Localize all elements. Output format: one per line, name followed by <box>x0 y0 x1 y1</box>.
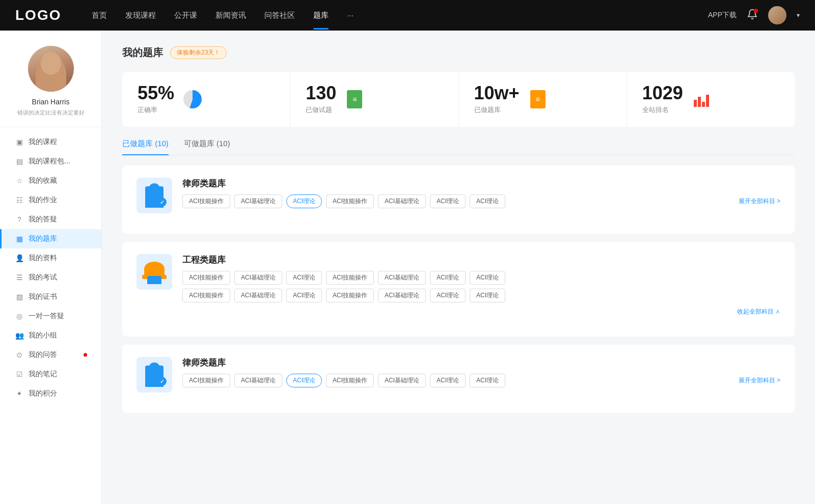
app-download-button[interactable]: APP下载 <box>708 11 737 20</box>
tab-item-1[interactable]: 可做题库 (10) <box>184 139 230 155</box>
nav-item-···[interactable]: ··· <box>347 11 354 20</box>
sidebar-item-我的题库[interactable]: ▦我的题库 <box>0 229 101 248</box>
qbank-header: ✓ 律师类题库 ACI技能操作ACI基础理论ACI理论ACI技能操作ACI基础理… <box>137 178 780 213</box>
tag-0[interactable]: ACI技能操作 <box>182 374 230 387</box>
expand-link[interactable]: 展开全部科目 > <box>739 376 780 385</box>
tag-row2-1[interactable]: ACI基础理论 <box>234 289 282 302</box>
menu-item-label: 我的题库 <box>29 234 57 243</box>
stat-item-1: 130 已做试题 <box>290 72 458 127</box>
tag-6[interactable]: ACI理论 <box>470 271 505 285</box>
stat-number: 1029 <box>642 84 683 102</box>
sidebar-item-我的积分[interactable]: ✦我的积分 <box>0 384 101 403</box>
group-icon: 👥 <box>15 331 23 340</box>
tag-row2-5[interactable]: ACI理论 <box>430 289 466 302</box>
list-orange-icon <box>528 89 548 109</box>
tag-1[interactable]: ACI基础理论 <box>234 271 282 285</box>
tag-5[interactable]: ACI理论 <box>430 271 466 285</box>
qbank-header: ✓ 律师类题库 ACI技能操作ACI基础理论ACI理论ACI技能操作ACI基础理… <box>137 357 780 393</box>
page-title: 我的题库 <box>122 46 163 60</box>
menu-item-label: 我的收藏 <box>29 176 57 185</box>
chevron-down-icon[interactable]: ▾ <box>797 12 800 19</box>
tag-5[interactable]: ACI理论 <box>430 194 466 208</box>
navbar: LOGO 首页发现课程公开课新闻资讯问答社区题库··· APP下载 ▾ <box>0 0 815 31</box>
person-check-icon: ✓ <box>137 178 172 213</box>
tag-row2-0[interactable]: ACI技能操作 <box>182 289 230 302</box>
sidebar-item-我的证书[interactable]: ▨我的证书 <box>0 287 101 306</box>
sidebar: Brian Harris 错误的决定比没有决定要好 ▣我的课程▤我的课程包...… <box>0 31 102 504</box>
qbank-card-1: 工程类题库 ACI技能操作ACI基础理论ACI理论ACI技能操作ACI基础理论A… <box>122 242 795 337</box>
doc-green-icon <box>344 89 365 109</box>
tag-row2-4[interactable]: ACI基础理论 <box>378 289 426 302</box>
tag-1[interactable]: ACI基础理论 <box>234 194 282 208</box>
tag-row2-6[interactable]: ACI理论 <box>470 289 505 302</box>
sidebar-item-我的课程[interactable]: ▣我的课程 <box>0 132 101 152</box>
sidebar-item-我的作业[interactable]: ☷我的作业 <box>0 190 101 210</box>
paper-icon: ☰ <box>15 273 23 282</box>
stat-number: 10w+ <box>474 84 520 102</box>
tag-2[interactable]: ACI理论 <box>286 374 322 387</box>
sidebar-item-我的小组[interactable]: 👥我的小组 <box>0 326 101 345</box>
sidebar-item-我的收藏[interactable]: ☆我的收藏 <box>0 171 101 190</box>
qbank-content: 律师类题库 ACI技能操作ACI基础理论ACI理论ACI技能操作ACI基础理论A… <box>182 178 780 208</box>
nav-item-问答社区[interactable]: 问答社区 <box>264 11 295 20</box>
cert-icon: ▨ <box>15 293 23 301</box>
sidebar-item-一对一答疑[interactable]: ◎一对一答疑 <box>0 306 101 326</box>
qbank-title: 律师类题库 <box>182 357 780 369</box>
notification-bell[interactable] <box>747 9 758 22</box>
tag-3[interactable]: ACI技能操作 <box>326 374 374 387</box>
expand-link[interactable]: 展开全部科目 > <box>739 197 780 206</box>
menu-item-label: 我的证书 <box>29 292 57 301</box>
star-icon: ☆ <box>15 177 23 185</box>
profile-motto: 错误的决定比没有决定要好 <box>10 109 91 117</box>
nav-menu: 首页发现课程公开课新闻资讯问答社区题库··· <box>92 11 708 20</box>
tag-4[interactable]: ACI基础理论 <box>378 374 426 387</box>
menu-item-label: 我的资料 <box>29 254 57 263</box>
tag-1[interactable]: ACI基础理论 <box>234 374 282 387</box>
stat-text: 10w+ 已做题库 <box>474 84 520 115</box>
bar-icon: ▤ <box>15 157 23 165</box>
sidebar-item-我的答疑[interactable]: ?我的答疑 <box>0 210 101 229</box>
tag-2[interactable]: ACI理论 <box>286 271 322 285</box>
sidebar-menu: ▣我的课程▤我的课程包...☆我的收藏☷我的作业?我的答疑▦我的题库👤我的资料☰… <box>0 127 101 408</box>
tag-0[interactable]: ACI技能操作 <box>182 271 230 285</box>
note-icon: ☑ <box>15 370 23 378</box>
nav-item-首页[interactable]: 首页 <box>92 11 107 20</box>
sidebar-item-我的课程包...[interactable]: ▤我的课程包... <box>0 152 101 171</box>
sidebar-item-我的资料[interactable]: 👤我的资料 <box>0 248 101 268</box>
qbank-tags: ACI技能操作ACI基础理论ACI理论ACI技能操作ACI基础理论ACI理论AC… <box>182 374 780 387</box>
main-content: 我的题库 体验剩余23天！ 55% 正确率 130 已做试题 10w+ 已做题库… <box>102 31 815 504</box>
sidebar-item-我的考试[interactable]: ☰我的考试 <box>0 268 101 287</box>
tag-3[interactable]: ACI技能操作 <box>326 271 374 285</box>
navbar-right: APP下载 ▾ <box>708 6 800 24</box>
notification-dot <box>754 9 758 13</box>
tag-2[interactable]: ACI理论 <box>286 194 322 208</box>
tag-3[interactable]: ACI技能操作 <box>326 194 374 208</box>
tag-5[interactable]: ACI理论 <box>430 374 466 387</box>
tag-6[interactable]: ACI理论 <box>470 374 505 387</box>
sidebar-profile: Brian Harris 错误的决定比没有决定要好 <box>0 46 101 127</box>
nav-item-题库[interactable]: 题库 <box>313 11 329 20</box>
tag-4[interactable]: ACI基础理论 <box>378 194 426 208</box>
avatar[interactable] <box>768 6 786 24</box>
stat-item-2: 10w+ 已做题库 <box>459 72 627 127</box>
sidebar-item-我的笔记[interactable]: ☑我的笔记 <box>0 365 101 384</box>
collapse-link[interactable]: 收起全部科目 ∧ <box>182 307 780 316</box>
tab-item-0[interactable]: 已做题库 (10) <box>122 139 169 155</box>
sidebar-item-我的问答[interactable]: ⊙我的问答 <box>0 345 101 365</box>
tag-4[interactable]: ACI基础理论 <box>378 271 426 285</box>
stat-number: 130 <box>306 84 336 102</box>
tag-row2-2[interactable]: ACI理论 <box>286 289 322 302</box>
people-icon: 👤 <box>15 254 23 262</box>
qbank-tags: ACI技能操作ACI基础理论ACI理论ACI技能操作ACI基础理论ACI理论AC… <box>182 271 780 285</box>
tag-row2-3[interactable]: ACI技能操作 <box>326 289 374 302</box>
nav-item-发现课程[interactable]: 发现课程 <box>125 11 156 20</box>
stat-label: 已做题库 <box>474 105 520 115</box>
menu-item-label: 我的问答 <box>29 350 57 359</box>
trial-badge: 体验剩余23天！ <box>170 46 227 59</box>
logo[interactable]: LOGO <box>15 7 61 23</box>
tag-6[interactable]: ACI理论 <box>470 194 505 208</box>
tag-0[interactable]: ACI技能操作 <box>182 194 230 208</box>
nav-item-新闻资讯[interactable]: 新闻资讯 <box>215 11 246 20</box>
file-icon: ▣ <box>15 138 23 146</box>
nav-item-公开课[interactable]: 公开课 <box>174 11 197 20</box>
